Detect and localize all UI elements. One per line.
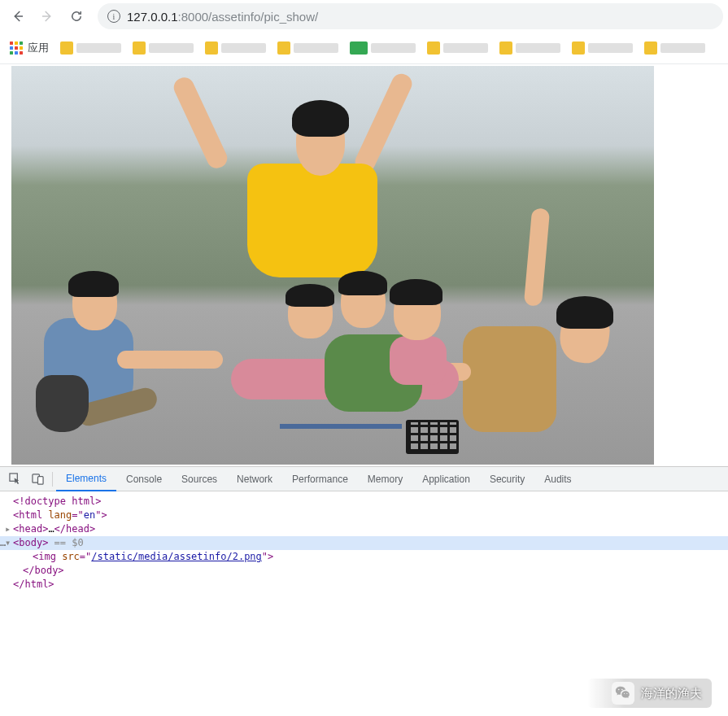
tab-memory[interactable]: Memory bbox=[358, 467, 412, 491]
bookmark-item[interactable] bbox=[499, 40, 560, 56]
bookmark-item[interactable] bbox=[205, 40, 266, 56]
code-line[interactable]: </body> bbox=[0, 564, 728, 578]
url-port: :8000 bbox=[178, 10, 209, 24]
page-image bbox=[11, 66, 654, 465]
bookmark-item[interactable] bbox=[644, 40, 705, 56]
code-line[interactable]: <!doctype html> bbox=[0, 495, 728, 509]
apps-grid-icon bbox=[10, 41, 23, 55]
inspect-element-button[interactable] bbox=[3, 468, 26, 491]
reload-button[interactable] bbox=[63, 3, 89, 29]
bookmark-item[interactable] bbox=[133, 40, 194, 56]
devtools-panel: Elements Console Sources Network Perform… bbox=[0, 466, 728, 708]
inspect-icon bbox=[9, 473, 21, 485]
code-line[interactable]: <html lang="en"> bbox=[0, 509, 728, 522]
tab-application[interactable]: Application bbox=[412, 467, 480, 491]
url-path: /assetinfo/pic_show/ bbox=[208, 10, 318, 24]
device-icon bbox=[32, 473, 44, 485]
apps-button[interactable]: 应用 bbox=[10, 41, 49, 55]
device-toggle-button[interactable] bbox=[26, 468, 49, 491]
back-button[interactable] bbox=[5, 3, 31, 29]
address-bar[interactable]: i 127.0.0.1:8000/assetinfo/pic_show/ bbox=[98, 3, 723, 29]
tab-sources[interactable]: Sources bbox=[172, 467, 227, 491]
watermark: 海洋的渔夫 bbox=[587, 679, 712, 708]
elements-tree[interactable]: <!doctype html> <html lang="en"> ▸<head>… bbox=[0, 491, 728, 592]
tab-audits[interactable]: Audits bbox=[534, 467, 581, 491]
tab-console[interactable]: Console bbox=[116, 467, 172, 491]
code-line[interactable]: <img src="/static/media/assetinfo/2.png"… bbox=[0, 550, 728, 564]
devtools-tabs: Elements Console Sources Network Perform… bbox=[0, 467, 728, 491]
bookmark-item[interactable] bbox=[350, 40, 416, 56]
svg-rect-4 bbox=[37, 477, 43, 484]
url-text: 127.0.0.1:8000/assetinfo/pic_show/ bbox=[127, 10, 318, 24]
code-line[interactable]: ▸<head>…</head> bbox=[0, 522, 728, 536]
apps-label: 应用 bbox=[28, 41, 49, 55]
code-line[interactable]: </html> bbox=[0, 578, 728, 592]
code-line-selected[interactable]: …▾<body> == $0 bbox=[0, 536, 728, 550]
tab-network[interactable]: Network bbox=[227, 467, 282, 491]
bookmark-item[interactable] bbox=[60, 40, 121, 56]
bookmark-item[interactable] bbox=[427, 40, 488, 56]
tab-elements[interactable]: Elements bbox=[56, 467, 116, 491]
wechat-icon bbox=[612, 682, 634, 705]
watermark-text: 海洋的渔夫 bbox=[641, 686, 702, 701]
browser-toolbar: i 127.0.0.1:8000/assetinfo/pic_show/ bbox=[0, 0, 728, 33]
tab-performance[interactable]: Performance bbox=[282, 467, 358, 491]
site-info-icon[interactable]: i bbox=[107, 10, 120, 23]
arrow-left-icon bbox=[11, 9, 25, 24]
bookmark-item[interactable] bbox=[277, 40, 338, 56]
arrow-right-icon bbox=[40, 9, 54, 24]
page-content bbox=[0, 63, 728, 466]
url-host: 127.0.0.1 bbox=[127, 10, 178, 24]
bookmark-item[interactable] bbox=[572, 40, 633, 56]
forward-button[interactable] bbox=[34, 3, 60, 29]
tab-security[interactable]: Security bbox=[480, 467, 534, 491]
reload-icon bbox=[69, 9, 84, 24]
bookmarks-bar: 应用 bbox=[0, 33, 728, 63]
